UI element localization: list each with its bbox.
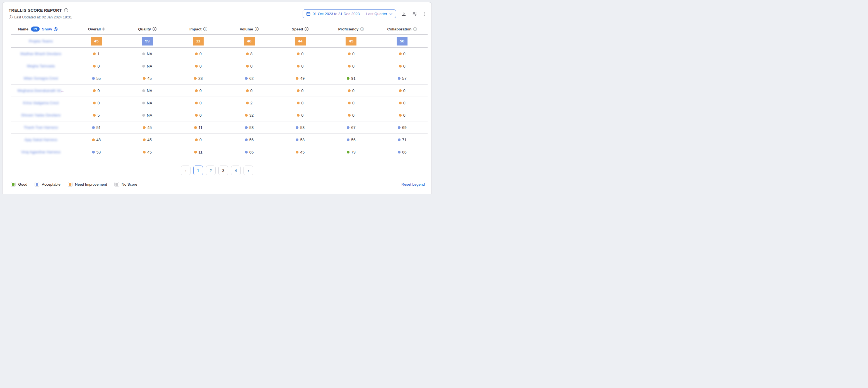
score-value: 0 <box>301 64 304 68</box>
legend-item-need-improvement[interactable]: Need Improvement <box>68 182 107 187</box>
score-dot <box>142 53 145 55</box>
eye-icon <box>54 27 58 31</box>
score-value: NA <box>147 64 152 68</box>
date-preset-text: Last Quarter <box>366 12 387 16</box>
page-button-4[interactable]: 4 <box>231 166 241 175</box>
team-score-cell: 45 <box>326 37 377 46</box>
member-name-cell: Shivani Yadav Devdans <box>11 113 71 117</box>
score-dot <box>93 114 96 117</box>
score-dot <box>398 126 401 129</box>
quality-info-icon[interactable]: i <box>153 27 156 31</box>
kebab-menu-icon <box>424 11 425 17</box>
score-cell: 0 <box>71 101 122 105</box>
reset-legend-link[interactable]: Reset Legend <box>401 182 425 186</box>
team-score-cell: 48 <box>224 37 275 46</box>
sort-icon[interactable] <box>102 27 104 31</box>
page-button-2[interactable]: 2 <box>206 166 216 175</box>
settings-button[interactable] <box>412 11 418 17</box>
legend-item-good[interactable]: Good <box>11 182 27 187</box>
score-value: NA <box>147 113 152 118</box>
more-options-button[interactable] <box>423 11 425 17</box>
score-cell: 0 <box>173 52 224 56</box>
prev-page-button[interactable]: ‹ <box>181 166 190 175</box>
legend-label: Acceptable <box>42 182 61 186</box>
member-name-link[interactable]: Ajay Sakal Harness <box>25 138 58 142</box>
name-ellipsis: ... <box>61 88 64 93</box>
card-header: TRELLIS SCORE REPORT i i Last Updated at… <box>2 2 432 19</box>
page-title: TRELLIS SCORE REPORT <box>9 8 62 12</box>
score-dot <box>93 101 96 105</box>
score-value: 79 <box>351 150 355 154</box>
speed-info-icon[interactable]: i <box>305 27 309 31</box>
column-label: Volume <box>240 27 253 31</box>
member-name-link[interactable]: Shivani Yadav Devdans <box>21 113 61 117</box>
table-row: Shivani Yadav Devdans 5 NA 0 32 0 0 <box>11 109 428 121</box>
volume-info-icon[interactable]: i <box>255 27 258 31</box>
column-label: Proficiency <box>338 27 359 31</box>
score-dot <box>246 89 249 92</box>
legend-label: Need Improvement <box>75 182 107 186</box>
score-value: 66 <box>402 150 407 154</box>
score-value: 0 <box>199 88 202 93</box>
score-cell: 45 <box>122 76 173 81</box>
score-dot <box>93 65 96 67</box>
collaboration-info-icon[interactable]: i <box>413 27 417 31</box>
score-value: 0 <box>301 101 304 105</box>
member-name-link[interactable]: Krina Vadgama Crest <box>23 101 59 105</box>
need-improvement-swatch-chip <box>68 182 72 187</box>
score-value: 8 <box>250 52 253 56</box>
score-value: 53 <box>96 150 101 154</box>
next-page-button[interactable]: › <box>244 166 253 175</box>
score-cell: 0 <box>326 52 377 56</box>
score-cell: 45 <box>122 138 173 142</box>
download-button[interactable] <box>401 11 407 17</box>
score-cell: 45 <box>275 150 326 154</box>
legend-item-no-score[interactable]: No Score <box>114 182 137 187</box>
show-names-toggle[interactable]: Show <box>42 27 58 31</box>
score-dot <box>195 65 198 67</box>
impact-info-icon[interactable]: i <box>203 27 207 31</box>
toolbar: 01 Oct 2023 to 31 Dec 2023 Last Quarter <box>303 9 425 18</box>
score-value: 45 <box>147 125 152 130</box>
page-button-1[interactable]: 1 <box>193 166 203 175</box>
trellis-score-report-card: TRELLIS SCORE REPORT i i Last Updated at… <box>2 2 432 194</box>
legend-item-acceptable[interactable]: Acceptable <box>35 182 61 187</box>
score-cell: 0 <box>173 138 224 142</box>
title-info-icon[interactable]: i <box>64 8 68 12</box>
score-cell: NA <box>122 113 173 118</box>
member-name-link[interactable]: Milan Sonagra Crest <box>24 76 58 80</box>
score-cell: 79 <box>326 150 377 154</box>
name-header-label: Name <box>18 27 28 31</box>
column-label: Impact <box>189 27 202 31</box>
page-button-3[interactable]: 3 <box>218 166 228 175</box>
score-value: 0 <box>352 88 354 93</box>
score-dot <box>399 114 402 117</box>
score-dot <box>347 151 349 153</box>
member-name-link[interactable]: Megha Tamvada <box>27 64 55 68</box>
table-header-row: Name 29 Show Overall Quality i Impact <box>11 24 428 34</box>
member-name-link[interactable]: Meghana Deerakanath Ve <box>17 88 61 93</box>
member-name-cell: Krina Vadgama Crest <box>11 101 71 105</box>
score-dot <box>195 114 198 117</box>
score-cell: 0 <box>376 64 428 68</box>
member-name-link[interactable]: Thanh Tran Harness <box>24 125 58 129</box>
score-dot <box>297 65 300 67</box>
score-value: 0 <box>403 88 406 93</box>
score-cell: 0 <box>376 52 428 56</box>
date-range-button[interactable]: 01 Oct 2023 to 31 Dec 2023 Last Quarter <box>303 9 396 18</box>
score-value: 0 <box>199 52 202 56</box>
score-dot <box>297 114 300 117</box>
score-cell: 23 <box>173 76 224 81</box>
score-dot <box>296 126 299 129</box>
score-dot <box>195 89 198 92</box>
score-value: 0 <box>403 64 406 68</box>
column-header-overall[interactable]: Overall <box>71 27 122 31</box>
team-name-link[interactable]: Projeto Teams <box>29 39 53 43</box>
proficiency-info-icon[interactable]: i <box>360 27 364 31</box>
score-cell: 0 <box>173 113 224 118</box>
member-name-link[interactable]: Madhav Bhash Devdans <box>20 52 61 56</box>
score-dot <box>399 101 402 105</box>
member-name-link[interactable]: Viraj Agjanthar Harness <box>21 150 61 154</box>
score-dot <box>142 101 145 105</box>
show-label: Show <box>42 27 52 31</box>
